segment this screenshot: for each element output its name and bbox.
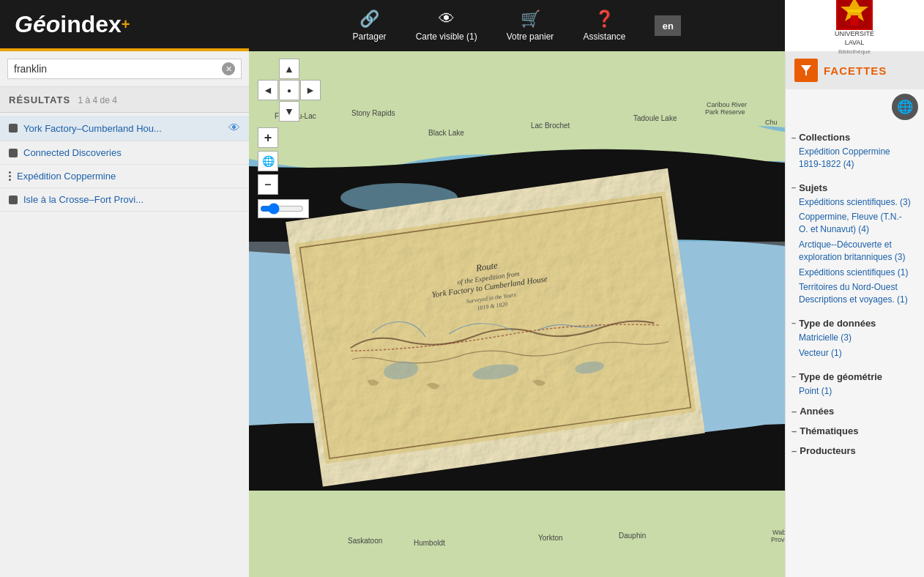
facet-type-donnees-title: Type de données [791,318,918,329]
svg-rect-7 [249,491,785,577]
results-count: 1 à 4 de 4 [78,95,117,105]
list-item[interactable]: York Factory–Cumberland Hou... 👁 [0,116,249,141]
svg-text:Stony Rapids: Stony Rapids [351,109,395,117]
facet-sujets: Sujets Expéditions scientifiques. (3) Co… [786,175,924,310]
nav-share[interactable]: 🔗 Partager [353,10,387,42]
list-item[interactable]: Isle à la Crosse–Fort Provi... [0,188,249,212]
result-title: Expédition Coppermine [17,171,240,182]
zoom-out-button[interactable]: – [258,174,278,195]
main: ✕ RÉSULTATS 1 à 4 de 4 York Factory–Cumb… [0,51,924,577]
results-label: RÉSULTATS [9,94,70,105]
svg-text:Caribou River: Caribou River [707,101,747,108]
logo-geo: Géo [15,11,60,38]
cart-icon: 🛒 [521,10,540,29]
logo-area: Géoindex+ [0,0,249,51]
facet-thematiques-collapsed[interactable]: Thématiques [786,421,924,441]
facet-producteurs-collapsed[interactable]: Producteurs [786,441,924,461]
nav-arrows: ▲ ◄ ● ► ▼ [258,59,321,122]
search-input[interactable] [14,63,222,75]
pan-left-button[interactable]: ◄ [258,80,278,100]
search-clear-button[interactable]: ✕ [222,62,235,75]
svg-text:Provin...: Provin... [771,536,785,543]
facet-item[interactable]: Vecteur (1) [791,346,918,361]
map-icon [9,124,18,133]
results-list: York Factory–Cumberland Hou... 👁 Connect… [0,113,249,577]
svg-rect-4 [847,10,862,12]
svg-text:Park Reserve: Park Reserve [705,108,745,116]
facet-item[interactable]: Expédition Coppermine 1819-1822 (4) [791,144,918,172]
svg-rect-25 [295,191,696,464]
svg-text:Dauphin: Dauphin [619,532,646,540]
svg-rect-3 [851,15,858,26]
globe-button[interactable]: 🌐 [892,94,918,120]
nav-share-label: Partager [353,31,387,42]
nav-map-visible-label: Carte visible (1) [416,31,477,42]
share-icon: 🔗 [359,10,379,29]
result-title: York Factory–Cumberland Hou... [23,123,223,134]
pan-right-button[interactable]: ► [300,80,321,100]
results-header: RÉSULTATS 1 à 4 de 4 [0,87,249,113]
nav-help-label: Assistance [583,31,625,42]
facettes-title: FACETTES [824,64,887,77]
facet-item[interactable]: Matricielle (3) [791,330,918,346]
result-title: Connected Discoveries [23,147,240,158]
university-name: UNIVERSITÉLAVALBibliothèque [835,30,874,56]
facet-item[interactable]: Arctique--Découverte et exploration brit… [791,237,918,265]
sidebar: ✕ RÉSULTATS 1 à 4 de 4 York Factory–Cumb… [0,51,249,577]
facet-type-donnees: Type de données Matricielle (3) Vecteur … [786,310,924,364]
facet-item[interactable]: Point (1) [791,384,918,399]
visibility-icon[interactable]: 👁 [228,122,240,135]
logo-plus: + [122,16,130,33]
facet-item[interactable]: Expéditions scientifiques. (3) [791,195,918,210]
nav-cart-label: Votre panier [507,31,554,42]
pan-down-button[interactable]: ▼ [279,101,299,122]
svg-text:Tadoule Lake: Tadoule Lake [633,114,677,122]
globe-section: 🌐 [786,89,924,124]
university-crest-icon [836,0,873,30]
svg-text:Wabaki: Wabaki [772,529,785,536]
globe-view-button[interactable]: 🌐 [258,151,278,171]
svg-text:Saskatoon: Saskatoon [348,537,382,545]
facet-collections-title: Collections [791,132,918,143]
svg-text:Yorkton: Yorkton [538,534,563,542]
map-area[interactable]: Fond-du-Lac Stony Rapids Black Lake Lac … [249,51,785,577]
zoom-slider-wrap [258,199,309,218]
nav-help[interactable]: ❓ Assistance [583,10,625,42]
facet-item[interactable]: Coppermine, Fleuve (T.N.-O. et Nunavut) … [791,209,918,237]
svg-text:Black Lake: Black Lake [428,129,464,137]
nav-map-visible[interactable]: 👁 Carte visible (1) [416,10,477,42]
pan-center-button[interactable]: ● [279,80,299,100]
facet-collections: Collections Expédition Coppermine 1819-1… [786,124,924,175]
map-controls: ▲ ◄ ● ► ▼ + 🌐 – [258,59,321,218]
pan-up-button[interactable]: ▲ [279,59,299,79]
svg-text:Lac Brochet: Lac Brochet [531,122,570,130]
lang-button[interactable]: en [655,15,681,36]
dots-icon [9,171,11,181]
result-title: Isle à la Crosse–Fort Provi... [23,194,240,205]
svg-text:Chu: Chu [765,119,778,126]
facet-sujets-title: Sujets [791,182,918,193]
facettes-panel: FACETTES 🌐 Collections Expédition Copper… [785,51,924,577]
nav-cart[interactable]: 🛒 Votre panier [507,10,554,42]
list-item[interactable]: Expédition Coppermine [0,165,249,188]
zoom-in-button[interactable]: + [258,127,278,148]
map-icon [9,149,18,157]
old-map-overlay: Route of the Expedition from York Factor… [284,157,707,497]
logo-index: index [60,11,122,38]
svg-marker-35 [801,65,811,75]
facet-type-geometrie: Type de géométrie Point (1) [786,364,924,402]
filter-icon [794,59,818,82]
facet-item[interactable]: Territoires du Nord-Ouest Descriptions e… [791,280,918,308]
nav-center: 🔗 Partager 👁 Carte visible (1) 🛒 Votre p… [249,0,785,51]
facet-item[interactable]: Expéditions scientifiques (1) [791,265,918,280]
zoom-slider[interactable] [260,203,304,215]
help-icon: ❓ [595,10,614,29]
header: Géoindex+ 🔗 Partager 👁 Carte visible (1)… [0,0,924,51]
list-item[interactable]: Connected Discoveries [0,141,249,165]
facet-annees-collapsed[interactable]: Années [786,401,924,421]
svg-text:Humboldt: Humboldt [414,539,445,547]
search-bar: ✕ [0,51,249,87]
facet-type-geometrie-title: Type de géométrie [791,371,918,382]
university-logo: UNIVERSITÉLAVALBibliothèque [785,0,924,51]
search-input-wrap: ✕ [7,59,242,79]
